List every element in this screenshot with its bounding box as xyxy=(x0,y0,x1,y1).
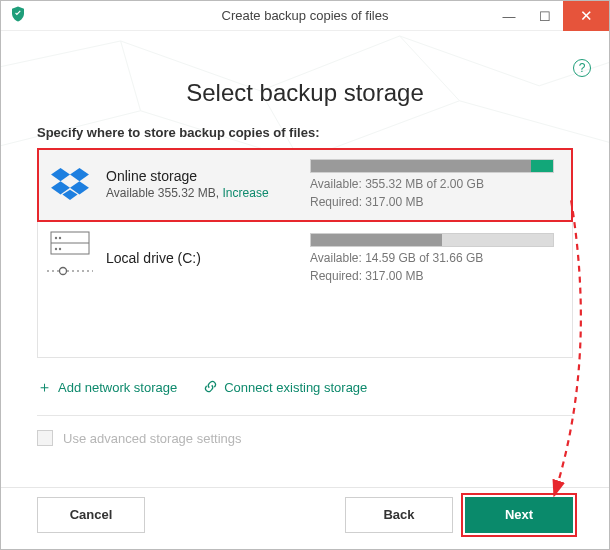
storage-list-empty-space xyxy=(38,297,572,357)
close-button[interactable]: ✕ xyxy=(563,1,609,31)
storage-local-bar-used xyxy=(311,234,442,246)
increase-link[interactable]: Increase xyxy=(223,186,269,200)
minimize-button[interactable]: — xyxy=(491,1,527,31)
cancel-button[interactable]: Cancel xyxy=(37,497,145,533)
storage-online-required-line: Required: 317.00 MB xyxy=(310,195,554,209)
storage-online-bar-free xyxy=(531,160,553,172)
storage-online-bar xyxy=(310,159,554,173)
page-title: Select backup storage xyxy=(1,79,609,107)
storage-online-subtitle: Available 355.32 MB, Increase xyxy=(106,186,296,200)
page-prompt: Specify where to store backup copies of … xyxy=(37,125,609,140)
advanced-settings-label: Use advanced storage settings xyxy=(63,431,242,446)
help-icon[interactable]: ? xyxy=(573,59,591,77)
storage-online-available-line: Available: 355.32 MB of 2.00 GB xyxy=(310,177,554,191)
advanced-settings-checkbox[interactable] xyxy=(37,430,53,446)
add-network-storage-link[interactable]: ＋ Add network storage xyxy=(37,378,177,397)
divider xyxy=(37,415,573,416)
storage-local-required-line: Required: 317.00 MB xyxy=(310,269,554,283)
svg-point-8 xyxy=(59,237,61,239)
svg-point-9 xyxy=(55,248,57,250)
storage-local-name: Local drive (C:) xyxy=(106,250,296,266)
svg-point-12 xyxy=(60,268,67,275)
connect-existing-storage-link[interactable]: Connect existing storage xyxy=(203,378,367,397)
connect-existing-storage-label: Connect existing storage xyxy=(224,380,367,395)
window-controls: — ☐ ✕ xyxy=(491,1,609,31)
maximize-button[interactable]: ☐ xyxy=(527,1,563,31)
storage-online-available-short: Available 355.32 MB, xyxy=(106,186,219,200)
storage-online-gauge: Available: 355.32 MB of 2.00 GB Required… xyxy=(310,159,562,209)
wizard-page: ? Select backup storage Specify where to… xyxy=(1,31,609,549)
storage-local-gauge: Available: 14.59 GB of 31.66 GB Required… xyxy=(310,233,562,283)
link-icon xyxy=(203,379,218,397)
add-network-storage-label: Add network storage xyxy=(58,380,177,395)
storage-item-online[interactable]: Online storage Available 355.32 MB, Incr… xyxy=(38,149,572,221)
storage-online-name: Online storage xyxy=(106,168,296,184)
next-button[interactable]: Next xyxy=(465,497,573,533)
svg-point-10 xyxy=(59,248,61,250)
dropbox-icon xyxy=(48,166,92,202)
plus-icon: ＋ xyxy=(37,378,52,397)
connector-icon xyxy=(44,257,96,285)
storage-local-bar xyxy=(310,233,554,247)
svg-point-7 xyxy=(55,237,57,239)
local-drive-icon xyxy=(48,231,92,285)
wizard-button-bar: Cancel Back Next xyxy=(1,487,609,541)
storage-local-text: Local drive (C:) xyxy=(106,250,296,266)
titlebar: Create backup copies of files — ☐ ✕ xyxy=(1,1,609,31)
app-window: Create backup copies of files — ☐ ✕ ? Se… xyxy=(0,0,610,550)
storage-local-available-line: Available: 14.59 GB of 31.66 GB xyxy=(310,251,554,265)
back-button[interactable]: Back xyxy=(345,497,453,533)
storage-actions: ＋ Add network storage Connect existing s… xyxy=(37,378,573,397)
storage-online-bar-used xyxy=(311,160,531,172)
storage-online-text: Online storage Available 355.32 MB, Incr… xyxy=(106,168,296,200)
advanced-settings-row: Use advanced storage settings xyxy=(37,430,573,446)
storage-item-local[interactable]: Local drive (C:) Available: 14.59 GB of … xyxy=(38,221,572,297)
svg-marker-0 xyxy=(51,168,70,181)
storage-list: Online storage Available 355.32 MB, Incr… xyxy=(37,148,573,358)
svg-marker-1 xyxy=(70,168,89,181)
